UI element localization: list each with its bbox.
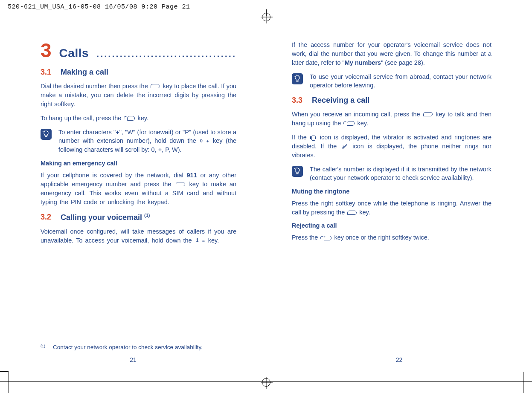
section-title: Making a call [61,68,108,77]
section-title: Receiving a call [312,96,369,105]
registration-mark-top [262,13,270,21]
lightbulb-icon [292,73,303,84]
vibrate-icon [310,135,316,140]
send-key-icon [347,211,357,215]
dot-leader: .................................... [96,49,236,60]
menu-reference: My numbers [345,59,381,66]
text: Press the [292,234,320,241]
body-paragraph: When you receive an incoming call, press… [292,110,491,128]
text: key. [138,115,149,121]
body-paragraph: If your cellphone is covered by the netw… [41,171,236,207]
tip-text: The caller's number is displayed if it i… [310,165,491,182]
section-3-3-heading: 3.3 Receiving a call [292,96,491,105]
chapter-heading: 3 Calls ................................… [41,40,236,60]
text: Voicemail once configured, will take mes… [41,228,236,244]
tip-text: To use your voicemail service from abroa… [310,72,491,90]
send-key-icon [423,112,433,116]
print-job-header: 520-621_UM_USA_16-05-08 16/05/08 9:20 Pa… [8,3,190,11]
body-paragraph: Voicemail once configured, will take mes… [41,227,236,245]
body-paragraph: Press the right softkey once while the t… [292,199,491,217]
end-key-icon [124,116,135,121]
text: " (see page 28). [381,59,425,66]
subheading: Muting the ringtone [292,188,491,195]
body-paragraph: If the access number for your operator's… [292,40,491,67]
text: Dial the desired number then press the [41,83,150,90]
page-number-right: 22 [396,356,403,363]
tip-box: To enter characters "+", "W" (for tonewa… [41,128,236,154]
body-paragraph: Dial the desired number then press the k… [41,82,236,109]
emergency-number: 911 [186,172,197,179]
silent-icon [342,144,348,149]
section-title: Calling your voicemail (1) [61,213,150,222]
page-left: 3 Calls ................................… [0,32,266,370]
send-key-icon [176,182,185,186]
subheading: Making an emergency call [41,160,236,167]
crop-mark-v [9,372,9,393]
text: To hang up the call, press the [41,115,123,121]
section-number: 3.1 [41,68,51,77]
text: Press the right softkey once while the t… [292,200,491,216]
section-number: 3.3 [292,96,302,105]
tip-text: To enter characters "+", "W" (for tonewa… [58,128,236,154]
send-key-icon [151,84,160,88]
body-paragraph: If the icon is displayed, the vibrator i… [292,133,491,160]
text: If your cellphone is covered by the netw… [41,172,186,179]
chapter-title: Calls [59,46,89,60]
lightbulb-icon [292,166,303,177]
section-number: 3.2 [41,213,51,222]
lightbulb-icon [41,129,52,140]
end-key-icon [320,235,331,240]
text: When you receive an incoming call, press… [292,111,422,118]
chapter-number: 3 [41,40,52,60]
body-paragraph: Press the key once or the right softkey … [292,233,491,242]
section-3-2-heading: 3.2 Calling your voicemail (1) [41,213,236,222]
text: key once or the right softkey twice. [334,234,429,241]
text: key. [208,237,219,244]
zero-key-icon [200,139,209,144]
footnote-ref: (1) [144,213,150,218]
crop-mark-h [0,371,9,372]
text: key. [359,209,370,216]
body-paragraph: To hang up the call, press the key. [41,114,236,123]
tip-box: To use your voicemail service from abroa… [292,72,491,90]
section-3-1-heading: 3.1 Making a call [41,68,236,77]
text: key. [357,120,368,127]
end-key-icon [343,121,355,126]
tip-box: The caller's number is displayed if it i… [292,165,491,182]
text: To enter characters "+", "W" (for tonewa… [58,129,236,144]
registration-mark-bottom [262,378,270,387]
footnote-text: Contact your network operator to check s… [53,344,203,350]
text: Calling your voicemail [61,213,144,222]
one-key-icon [195,238,205,243]
page-number-left: 21 [130,356,137,363]
page-right: If the access number for your operator's… [266,32,532,370]
crop-mark-v-right [523,372,523,393]
footnote: (1) Contact your network operator to che… [41,344,236,350]
subheading: Rejecting a call [292,222,491,229]
footnote-mark: (1) [41,344,45,350]
text: If the [292,134,309,141]
page-spread: 3 Calls ................................… [0,32,532,370]
